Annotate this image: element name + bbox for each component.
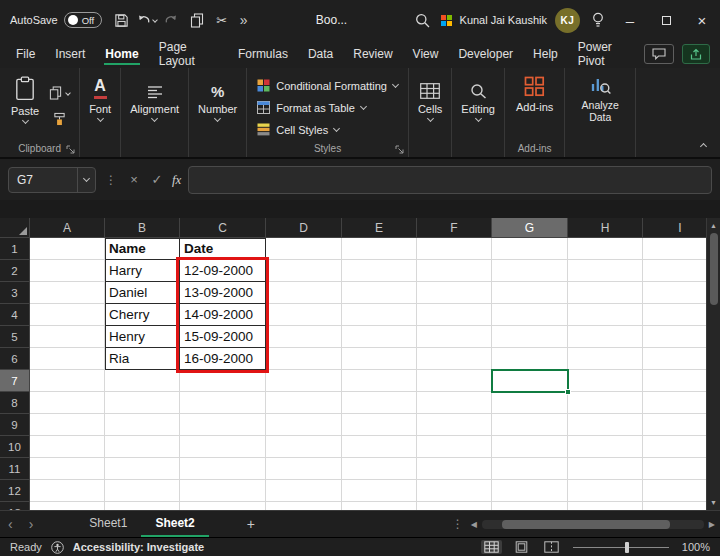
cell-F1[interactable]	[417, 238, 492, 260]
formula-input[interactable]	[188, 166, 712, 194]
zoom-slider-thumb[interactable]	[625, 542, 629, 553]
cell-G3[interactable]	[492, 282, 568, 304]
cell-D5[interactable]	[266, 326, 342, 348]
name-box-dropdown[interactable]	[77, 168, 95, 192]
column-header-B[interactable]: B	[105, 218, 180, 238]
sheet-nav-right-icon[interactable]: ›	[21, 516, 42, 532]
enter-button[interactable]: ✓	[149, 172, 165, 187]
cell-A7[interactable]	[30, 370, 105, 392]
row-header-1[interactable]: 1	[0, 238, 30, 260]
cell-B7[interactable]	[105, 370, 180, 392]
cell-G8[interactable]	[492, 392, 568, 414]
row-header-2[interactable]: 2	[0, 260, 30, 282]
autosave-control[interactable]: AutoSave Off	[10, 12, 102, 28]
cell-E2[interactable]	[342, 260, 417, 282]
cell-H13[interactable]	[568, 502, 643, 510]
column-header-E[interactable]: E	[342, 218, 417, 238]
menu-tab-file[interactable]: File	[6, 40, 45, 68]
cell-G13[interactable]	[492, 502, 568, 510]
cell-B9[interactable]	[105, 414, 180, 436]
cell-C5[interactable]: 15-09-2000	[180, 326, 266, 348]
cell-B13[interactable]	[105, 502, 180, 510]
cell-F10[interactable]	[417, 436, 492, 458]
cell-F4[interactable]	[417, 304, 492, 326]
copy-button[interactable]	[49, 86, 70, 100]
workbook-title[interactable]: Boo...	[316, 13, 347, 27]
cell-H9[interactable]	[568, 414, 643, 436]
conditional-formatting-button[interactable]: Conditional Formatting	[257, 76, 398, 95]
maximize-button[interactable]	[648, 0, 684, 40]
menu-tab-page-layout[interactable]: Page Layout	[149, 40, 228, 68]
cancel-button[interactable]: ×	[126, 172, 142, 187]
cell-I12[interactable]	[643, 480, 706, 502]
analyze-data-button[interactable]: Analyze Data	[569, 74, 631, 139]
cell-G5[interactable]	[492, 326, 568, 348]
menu-tab-developer[interactable]: Developer	[448, 40, 523, 68]
cell-I9[interactable]	[643, 414, 706, 436]
comments-button[interactable]	[644, 44, 674, 64]
cell-A6[interactable]	[30, 348, 105, 370]
cell-C13[interactable]	[180, 502, 266, 510]
cell-F8[interactable]	[417, 392, 492, 414]
redo-button[interactable]	[160, 6, 184, 34]
hscroll-right-icon[interactable]: ▶	[704, 520, 720, 529]
sheet-tab-sheet2[interactable]: Sheet2	[141, 511, 208, 537]
cell-A5[interactable]	[30, 326, 105, 348]
cell-G2[interactable]	[492, 260, 568, 282]
cell-G4[interactable]	[492, 304, 568, 326]
cell-I8[interactable]	[643, 392, 706, 414]
dialog-launcher-icon[interactable]	[66, 145, 75, 154]
cell-C7[interactable]	[180, 370, 266, 392]
undo-button[interactable]	[135, 6, 159, 34]
cell-F13[interactable]	[417, 502, 492, 510]
cell-H7[interactable]	[568, 370, 643, 392]
cell-D2[interactable]	[266, 260, 342, 282]
ribbon-group-number[interactable]: % Number	[189, 68, 247, 157]
cell-H6[interactable]	[568, 348, 643, 370]
cell-B1[interactable]: Name	[105, 238, 180, 260]
cell-E12[interactable]	[342, 480, 417, 502]
cell-F2[interactable]	[417, 260, 492, 282]
hscroll-left-icon[interactable]: ◀	[466, 520, 482, 529]
cell-C12[interactable]	[180, 480, 266, 502]
cell-G1[interactable]	[492, 238, 568, 260]
scroll-down-icon[interactable]: ▼	[710, 495, 717, 510]
ribbon-group-font[interactable]: A Font	[80, 68, 121, 157]
cell-C6[interactable]: 16-09-2000	[180, 348, 266, 370]
cell-I2[interactable]	[643, 260, 706, 282]
row-header-5[interactable]: 5	[0, 326, 30, 348]
close-button[interactable]: ×	[684, 0, 720, 40]
cell-I7[interactable]	[643, 370, 706, 392]
cell-A2[interactable]	[30, 260, 105, 282]
cell-E1[interactable]	[342, 238, 417, 260]
cell-C4[interactable]: 14-09-2000	[180, 304, 266, 326]
column-header-C[interactable]: C	[180, 218, 266, 238]
cell-C10[interactable]	[180, 436, 266, 458]
accessibility-status[interactable]: Accessibility: Investigate	[73, 541, 204, 553]
save-button[interactable]	[110, 6, 134, 34]
cell-B3[interactable]: Daniel	[105, 282, 180, 304]
cell-E3[interactable]	[342, 282, 417, 304]
cell-I4[interactable]	[643, 304, 706, 326]
cell-B8[interactable]	[105, 392, 180, 414]
ribbon-group-alignment[interactable]: Alignment	[121, 68, 189, 157]
cell-D3[interactable]	[266, 282, 342, 304]
menu-tab-help[interactable]: Help	[523, 40, 568, 68]
cell-E11[interactable]	[342, 458, 417, 480]
row-header-12[interactable]: 12	[0, 480, 30, 502]
cell-I13[interactable]	[643, 502, 706, 510]
sheet-options-icon[interactable]: ⋮	[450, 517, 466, 531]
row-header-3[interactable]: 3	[0, 282, 30, 304]
menu-tab-insert[interactable]: Insert	[45, 40, 95, 68]
add-sheet-button[interactable]: +	[237, 516, 265, 532]
menu-tab-formulas[interactable]: Formulas	[228, 40, 298, 68]
cell-E4[interactable]	[342, 304, 417, 326]
dialog-launcher-icon[interactable]	[395, 145, 404, 154]
cell-A12[interactable]	[30, 480, 105, 502]
insert-function-button[interactable]: fx	[172, 172, 181, 188]
cut-button-qat[interactable]: ✂	[210, 6, 234, 34]
page-layout-view-button[interactable]	[511, 540, 532, 554]
vertical-scrollbar[interactable]: ▲ ▼	[706, 218, 720, 510]
scroll-up-icon[interactable]: ▲	[710, 218, 717, 233]
cell-H5[interactable]	[568, 326, 643, 348]
